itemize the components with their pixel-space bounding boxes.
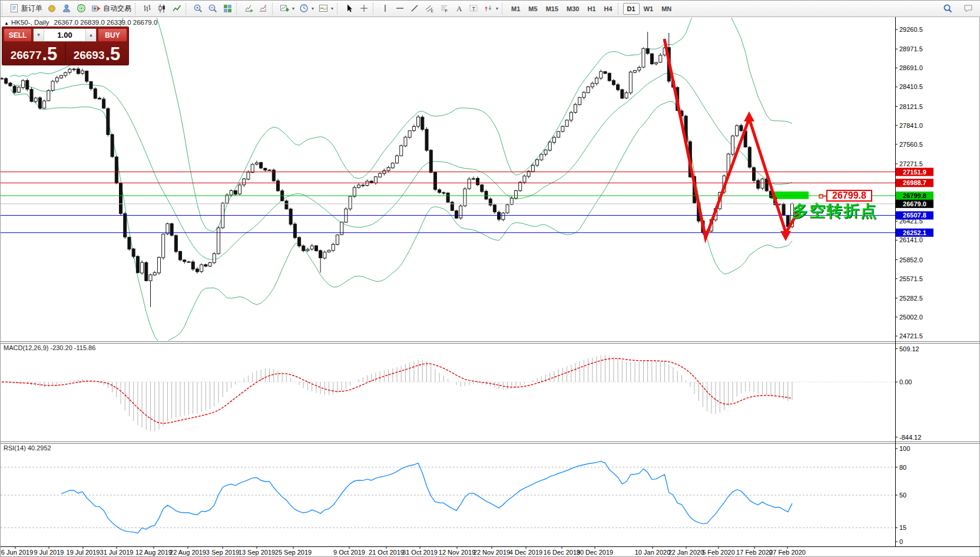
candle bbox=[642, 48, 645, 67]
candle bbox=[493, 205, 496, 212]
vertical-line-button[interactable] bbox=[378, 2, 393, 16]
candle bbox=[387, 167, 390, 170]
candle bbox=[124, 213, 127, 237]
terminal-window: 新订单自动交易▾▾▾EFAT▾M1M5M15M30H1H4D1W1MN 2926… bbox=[0, 0, 980, 557]
coin-icon bbox=[47, 4, 57, 14]
channel-button[interactable]: E bbox=[422, 2, 437, 16]
candle bbox=[408, 131, 411, 137]
text-button[interactable]: A bbox=[452, 2, 466, 16]
cursor-button[interactable] bbox=[342, 2, 357, 16]
timeframe-d1-button[interactable]: D1 bbox=[623, 3, 640, 15]
timeframe-mn-button[interactable]: MN bbox=[657, 3, 676, 15]
candle bbox=[153, 273, 156, 275]
auto-trading-button[interactable]: 自动交易 bbox=[89, 2, 134, 16]
candle bbox=[578, 97, 581, 104]
toolbar-separator bbox=[135, 3, 138, 15]
line-chart-mode-button[interactable] bbox=[170, 2, 184, 16]
candle bbox=[102, 99, 105, 108]
deposit-button[interactable] bbox=[45, 2, 59, 16]
fibonacci-button[interactable]: F bbox=[437, 2, 452, 16]
timeframe-h4-button[interactable]: H4 bbox=[600, 3, 617, 15]
buy-button[interactable]: BUY bbox=[98, 28, 127, 42]
buy-price[interactable]: 26693.5 bbox=[67, 43, 127, 64]
trendline-button[interactable] bbox=[408, 2, 422, 16]
time-tick-label: 12 Aug 2019 bbox=[135, 549, 172, 556]
zoom-out-button[interactable] bbox=[206, 2, 220, 16]
timeframe-m5-button[interactable]: M5 bbox=[524, 3, 541, 15]
collapse-triangle-icon[interactable]: ▲ bbox=[4, 21, 9, 26]
candle bbox=[170, 223, 173, 235]
svg-text:E: E bbox=[431, 9, 434, 13]
new-chart-icon bbox=[280, 4, 290, 14]
candle bbox=[174, 236, 177, 252]
candle bbox=[561, 126, 564, 131]
bar-chart-mode-button[interactable] bbox=[140, 2, 155, 16]
candle bbox=[200, 265, 203, 272]
zoom-in-button[interactable] bbox=[191, 2, 206, 16]
timeframe-m30-button[interactable]: M30 bbox=[562, 3, 583, 15]
market-watch-button[interactable] bbox=[59, 2, 74, 16]
auto-scroll-button[interactable] bbox=[241, 2, 256, 16]
timeframe-w1-button[interactable]: W1 bbox=[640, 3, 658, 15]
candle bbox=[319, 251, 322, 258]
candle bbox=[646, 48, 649, 53]
candle bbox=[72, 69, 75, 70]
candle bbox=[353, 187, 356, 196]
crosshair-button[interactable] bbox=[357, 2, 372, 16]
text-label-button[interactable]: T bbox=[466, 2, 481, 16]
search-button[interactable] bbox=[941, 2, 955, 16]
candle bbox=[251, 164, 254, 173]
candle bbox=[234, 190, 237, 194]
candle bbox=[565, 120, 568, 127]
new-chart-button[interactable]: ▾ bbox=[277, 2, 297, 16]
candle bbox=[260, 163, 263, 168]
chat-button[interactable] bbox=[961, 2, 976, 16]
candle bbox=[204, 265, 207, 266]
candle bbox=[132, 249, 135, 256]
volume-down-button[interactable]: ▼ bbox=[34, 29, 44, 41]
candle bbox=[425, 129, 428, 150]
candle bbox=[111, 134, 114, 157]
bollinger-middle-band bbox=[10, 73, 792, 260]
timeframe-m15-button[interactable]: M15 bbox=[542, 3, 562, 15]
candle-chart-mode-button[interactable] bbox=[155, 2, 170, 16]
candle bbox=[230, 190, 233, 195]
candle bbox=[502, 213, 505, 219]
price-tick-label: 29260.5 bbox=[899, 26, 923, 33]
volume-stepper[interactable]: ▼ 1.00 ▲ bbox=[33, 28, 97, 42]
candle bbox=[736, 126, 739, 136]
candle bbox=[374, 177, 377, 183]
sell-button[interactable]: SELL bbox=[4, 28, 32, 42]
fibo-icon: F bbox=[439, 4, 449, 14]
toolbar-separator bbox=[272, 3, 276, 15]
signals-button[interactable] bbox=[74, 2, 89, 16]
volume-value[interactable]: 1.00 bbox=[44, 29, 85, 41]
candle bbox=[98, 98, 101, 99]
volume-up-button[interactable]: ▲ bbox=[85, 29, 96, 41]
price-callout-label[interactable]: 26799.8 bbox=[826, 190, 872, 202]
symbol-period-label: HK50-, Daily bbox=[11, 19, 49, 26]
rsi-line bbox=[61, 462, 792, 533]
zigzag-trend-arrow[interactable] bbox=[664, 39, 786, 238]
timeframe-m1-button[interactable]: M1 bbox=[507, 3, 524, 15]
timeframe-h1-button[interactable]: H1 bbox=[583, 3, 600, 15]
ohlc-values: 26367.0 26839.0 26339.0 26679.0 bbox=[54, 19, 157, 26]
time-tick-label: 31 Jul 2019 bbox=[100, 549, 134, 556]
macd-tick-label: 509.12 bbox=[899, 345, 919, 352]
time-tick-label: 22 Aug 2019 bbox=[170, 549, 206, 556]
horizontal-line-button[interactable] bbox=[393, 2, 408, 16]
candle bbox=[629, 72, 632, 93]
candle bbox=[187, 262, 190, 262]
arrows-button[interactable]: ▾ bbox=[481, 2, 501, 16]
periods-button[interactable]: ▾ bbox=[297, 2, 316, 16]
chart-shift-button[interactable] bbox=[256, 2, 271, 16]
candle bbox=[191, 262, 194, 269]
indicators-button[interactable]: ▾ bbox=[316, 2, 336, 16]
candle bbox=[9, 83, 12, 86]
candle bbox=[655, 62, 658, 64]
new-order-button[interactable]: 新订单 bbox=[7, 2, 45, 16]
candle bbox=[396, 156, 399, 163]
sell-price[interactable]: 26677.5 bbox=[4, 43, 64, 64]
tile-windows-button[interactable] bbox=[220, 2, 235, 16]
candle bbox=[523, 176, 526, 182]
